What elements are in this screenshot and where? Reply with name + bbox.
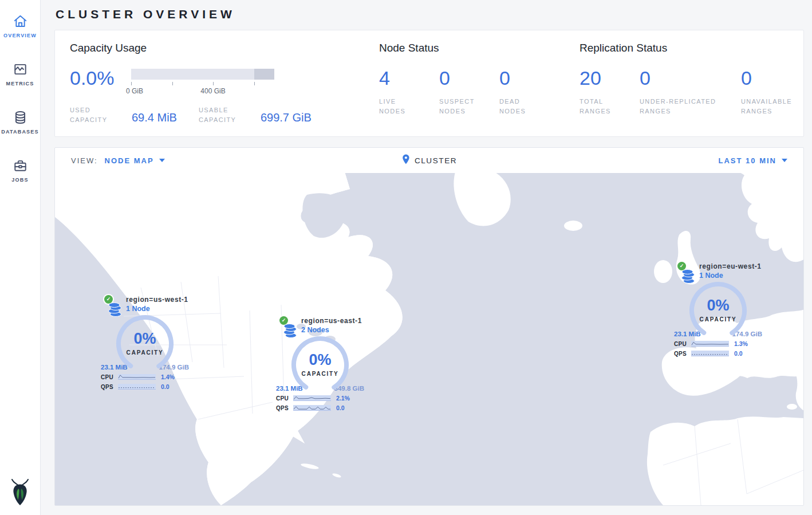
sidebar-item-label: DATABASES [1, 129, 38, 135]
breadcrumb-label: CLUSTER [415, 156, 457, 165]
live-nodes-value: 4 [379, 68, 439, 88]
view-selector[interactable]: NODE MAP [105, 156, 165, 165]
qps-sparkline [118, 384, 156, 390]
unavailable-ranges-label: UNAVAILABLE RANGES [741, 97, 810, 116]
capacity-usage-title: Capacity Usage [70, 42, 379, 54]
capacity-word-label: CAPACITY [115, 349, 175, 356]
capacity-percent-value: 0% [290, 351, 350, 369]
locality-region-label: region=eu-west-1 [699, 262, 763, 270]
unavailable-ranges-value: 0 [741, 68, 810, 88]
under-replicated-stat: 0 UNDER-REPLICATED RANGES [640, 68, 741, 116]
cpu-value: 1.3% [734, 340, 748, 347]
qps-sparkline [691, 351, 729, 356]
capacity-donut: 0% CAPACITY [115, 315, 175, 372]
dead-nodes-value: 0 [499, 68, 559, 88]
map-breadcrumb[interactable]: CLUSTER [401, 154, 457, 167]
qps-label: QPS [276, 405, 293, 411]
qps-label: QPS [674, 351, 691, 357]
capacity-bar-dark-segment [254, 69, 275, 80]
page-title: CLUSTER OVERVIEW [54, 0, 804, 30]
locality-region-label: region=us-east-1 [301, 317, 365, 325]
unavailable-ranges-stat: 0 UNAVAILABLE RANGES [741, 68, 810, 116]
capacity-percent-value: 0% [688, 297, 748, 314]
cpu-sparkline [118, 374, 156, 380]
qps-value: 0.0 [336, 404, 345, 411]
view-label: VIEW: [71, 156, 98, 165]
cpu-value: 1.4% [161, 374, 175, 380]
cockroachdb-logo [9, 478, 31, 509]
suspect-nodes-value: 0 [439, 68, 499, 88]
suspect-nodes-stat: 0 SUSPECT NODES [439, 68, 499, 116]
capacity-tick-0: 0 GiB [126, 87, 143, 95]
capacity-donut: 0% CAPACITY [688, 282, 748, 339]
capacity-percent-value: 0% [115, 330, 175, 348]
usable-capacity-label: USABLE CAPACITY [199, 105, 254, 125]
capacity-percent: 0.0% [70, 68, 131, 88]
cpu-sparkline [691, 341, 729, 347]
total-ranges-value: 20 [580, 68, 640, 88]
capacity-word-label: CAPACITY [688, 316, 748, 323]
view-selector-value: NODE MAP [105, 156, 154, 165]
node-status-section: Node Status 4 LIVE NODES 0 SUSPECT NODES… [379, 42, 580, 136]
used-capacity-label: USED CAPACITY [70, 105, 125, 125]
sidebar-item-jobs[interactable]: JOBS [0, 152, 40, 188]
under-replicated-value: 0 [640, 68, 741, 88]
locality-region-label: region=us-west-1 [126, 296, 190, 304]
time-window-value: LAST 10 MIN [719, 156, 776, 165]
usable-capacity-value: 699.7 GiB [261, 111, 312, 124]
capacity-bar: 0 GiB 400 GiB [131, 68, 274, 95]
node-map-card: VIEW: NODE MAP CLUSTER LAST 10 MIN [54, 147, 804, 506]
locality-marker-eu-west-1[interactable]: ✓ region=eu-west-1 1 Node [673, 262, 763, 357]
cpu-label: CPU [276, 395, 293, 402]
live-nodes-label: LIVE NODES [379, 97, 425, 116]
total-ranges-label: TOTAL RANGES [580, 97, 620, 116]
sidebar-item-label: OVERVIEW [3, 33, 37, 38]
locality-marker-us-east-1[interactable]: ✓ region=us-east-1 2 Nodes [275, 317, 365, 411]
locality-nodes-link[interactable]: 1 Node [699, 272, 763, 280]
node-map[interactable]: ✓ region=us-west-1 1 Node [55, 173, 803, 505]
map-toolbar: VIEW: NODE MAP CLUSTER LAST 10 MIN [55, 148, 803, 173]
dead-nodes-label: DEAD NODES [499, 97, 545, 116]
locality-marker-us-west-1[interactable]: ✓ region=us-west-1 1 Node [100, 296, 190, 390]
capacity-usage-section: Capacity Usage 0.0% 0 GiB 400 GiB USED C… [70, 42, 379, 136]
replication-status-section: Replication Status 20 TOTAL RANGES 0 UND… [580, 42, 810, 136]
locality-nodes-link[interactable]: 1 Node [126, 305, 190, 313]
cpu-value: 2.1% [336, 395, 350, 402]
qps-sparkline [293, 405, 331, 411]
used-capacity-value: 69.4 MiB [132, 111, 177, 124]
replication-status-title: Replication Status [580, 42, 810, 54]
under-replicated-label: UNDER-REPLICATED RANGES [640, 97, 737, 116]
total-ranges-stat: 20 TOTAL RANGES [580, 68, 640, 116]
sidebar-item-databases[interactable]: DATABASES [0, 104, 40, 140]
chevron-down-icon [782, 159, 787, 162]
capacity-word-label: CAPACITY [290, 371, 350, 377]
capacity-donut: 0% CAPACITY [290, 336, 350, 394]
metrics-icon [13, 62, 28, 77]
time-window-selector[interactable]: LAST 10 MIN [719, 156, 787, 165]
main-content: CLUSTER OVERVIEW Capacity Usage 0.0% 0 G… [41, 0, 812, 506]
map-pin-icon [401, 154, 410, 167]
suspect-nodes-label: SUSPECT NODES [439, 97, 485, 116]
sidebar-item-metrics[interactable]: METRICS [0, 56, 40, 92]
briefcase-icon [13, 158, 28, 173]
sidebar-item-overview[interactable]: OVERVIEW [0, 8, 40, 44]
qps-value: 0.0 [161, 383, 170, 390]
capacity-tick-400: 400 GiB [200, 87, 225, 95]
qps-label: QPS [101, 384, 118, 390]
sidebar-item-label: METRICS [6, 81, 34, 87]
cpu-label: CPU [101, 374, 118, 380]
chevron-down-icon [159, 159, 165, 162]
cpu-sparkline [293, 395, 331, 401]
cluster-summary-card: Capacity Usage 0.0% 0 GiB 400 GiB USED C… [54, 30, 804, 137]
node-status-title: Node Status [379, 42, 580, 54]
cpu-label: CPU [674, 341, 691, 347]
locality-nodes-link[interactable]: 2 Nodes [301, 326, 365, 334]
sidebar-item-label: JOBS [11, 177, 28, 183]
dead-nodes-stat: 0 DEAD NODES [499, 68, 559, 116]
live-nodes-stat: 4 LIVE NODES [379, 68, 439, 116]
home-icon [13, 14, 28, 29]
sidebar: OVERVIEW METRICS DATABASES JOBS [0, 0, 41, 515]
database-icon [13, 110, 28, 125]
qps-value: 0.0 [734, 350, 743, 357]
